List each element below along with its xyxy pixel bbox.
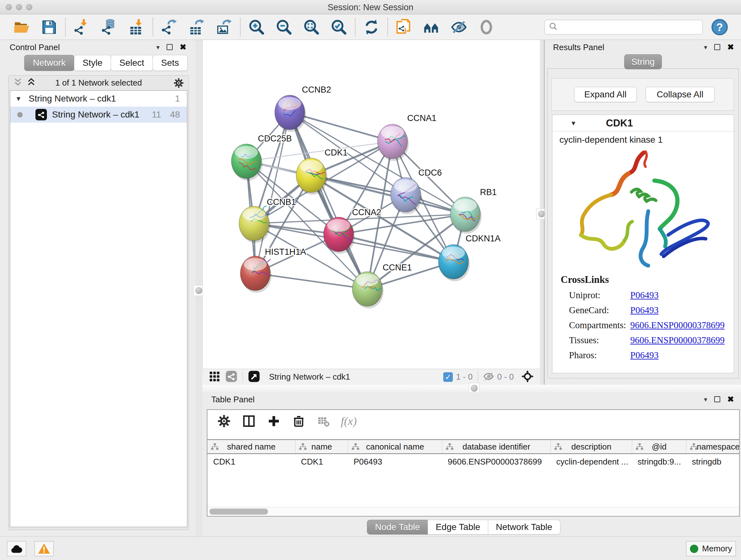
column-header-shared-name[interactable]: shared name [207,440,295,453]
show-columns-icon[interactable] [241,414,257,429]
crosslink-link[interactable]: P06493 [630,350,659,361]
scrollbar-thumb[interactable] [209,509,268,515]
show-graphics-details-button[interactable] [422,18,441,36]
memory-button[interactable]: Memory [686,541,736,556]
export-network-button[interactable] [160,18,178,36]
show-all-button[interactable] [477,18,495,36]
table-settings-gear-icon[interactable] [216,414,232,429]
column-header-description[interactable]: description [550,440,632,453]
column-type-icon [211,443,219,453]
zoom-selected-button[interactable] [330,18,348,36]
cell[interactable]: CDK1 [295,455,348,469]
crosslink-row: Pharos: P06493 [552,350,734,361]
float-panel-icon[interactable] [714,44,720,50]
node-gloss [327,219,350,232]
column-header-namespace[interactable]: namespace [686,440,740,453]
import-database-button[interactable] [100,18,118,36]
import-network-button[interactable] [73,18,91,36]
tab-network-table[interactable]: Network Table [488,520,560,535]
string-app-icon [36,109,47,120]
expand-all-button[interactable]: Expand All [574,87,636,102]
network-row[interactable]: String Network – cdk1 11 48 [10,107,187,123]
crosslinks-title: CrossLinks [561,274,734,286]
collapse-gene-icon[interactable]: ▼ [570,120,577,126]
column-header--id[interactable]: @id [632,440,686,453]
control-panel-tabs: NetworkStyleSelectSets [24,55,187,71]
column-type-icon [554,443,562,453]
panel-menu-icon[interactable]: ▾ [704,44,707,51]
table-horizontal-scrollbar[interactable] [207,507,739,516]
column-header-canonical-name[interactable]: canonical name [348,440,442,453]
toolbar-separator [65,18,66,37]
crosslink-link[interactable]: P06493 [630,305,659,315]
close-panel-icon[interactable]: ✖ [180,43,186,51]
control-panel-title: Control Panel [10,43,60,52]
cell[interactable]: stringdb:9... [632,455,686,469]
tab-sets[interactable]: Sets [152,55,188,71]
tab-select[interactable]: Select [111,55,153,71]
table-row[interactable]: CDK1CDK1P064939606.ENSP00000378699cyclin… [207,455,740,469]
delete-column-trash-icon[interactable] [291,414,307,429]
tab-string[interactable]: String [624,54,662,69]
warnings-button[interactable] [35,541,54,556]
right-splitter[interactable] [540,40,544,385]
crosslink-link[interactable]: 9606.ENSP00000378699 [630,335,725,346]
import-table-button[interactable] [128,18,145,36]
string-network-chip-icon[interactable] [225,370,238,384]
panel-menu-icon[interactable]: ▾ [704,396,707,402]
selected-indicator-checkbox[interactable]: ✓ [443,372,453,382]
left-splitter[interactable] [195,40,202,537]
tab-network[interactable]: Network [24,55,74,71]
search-input[interactable] [558,21,698,34]
cell[interactable]: P06493 [348,455,442,469]
crosslink-label: Tissues: [569,335,630,346]
cell[interactable]: cyclin-dependent ... [550,455,632,469]
memory-status-dot [690,545,698,553]
float-panel-icon[interactable] [714,396,720,402]
column-header-database-identifier[interactable]: database identifier [442,440,550,453]
network-options-gear-icon[interactable] [173,78,184,90]
cell[interactable]: CDK1 [207,455,295,469]
collapse-all-button[interactable]: Collapse All [646,87,715,102]
search-box[interactable] [544,20,703,35]
export-image-button[interactable] [215,18,233,36]
fit-content-crosshair-icon[interactable] [521,370,534,384]
close-panel-icon[interactable]: ✖ [727,43,734,51]
help-button[interactable]: ? [711,18,728,36]
crosslink-link[interactable]: 9606.ENSP00000378699 [630,320,725,330]
gene-card-header[interactable]: ▼ CDK1 [552,115,734,132]
goto-network-icon[interactable] [248,370,260,384]
tab-edge-table[interactable]: Edge Table [428,520,488,535]
hide-selected-button[interactable] [450,18,468,36]
expand-collapse-box: Expand All Collapse All [551,78,734,111]
cell[interactable]: stringdb [686,455,740,469]
hidden-count: 0 - 0 [497,372,514,382]
cloud-status-button[interactable] [7,541,26,556]
open-session-button[interactable] [13,18,30,36]
edge-CDK1-RB1[interactable] [311,175,465,214]
apply-layout-button[interactable] [362,18,381,36]
float-panel-icon[interactable] [166,44,173,50]
horizontal-splitter[interactable] [202,385,741,392]
export-table-button[interactable] [188,18,205,36]
collection-expander-icon[interactable]: ▼ [15,96,22,102]
close-panel-icon[interactable]: ✖ [727,395,734,403]
network-collection-row[interactable]: ▼ String Network – cdk1 1 [10,91,187,107]
clone-network-button[interactable] [395,18,413,36]
edge-CCNB2-CCNE1[interactable] [290,112,367,289]
zoom-out-button[interactable] [275,18,293,36]
tab-style[interactable]: Style [74,55,111,71]
column-header-name[interactable]: name [295,440,348,453]
network-canvas[interactable]: CCNB2CCNA1CDC25BCDK1CDC6RB1CCNB1CCNA2CDK… [202,40,540,369]
save-session-button[interactable] [40,18,58,36]
zoom-in-button[interactable] [248,18,266,36]
cell[interactable]: 9606.ENSP00000378699 [442,455,550,469]
panel-menu-icon[interactable]: ▾ [156,44,159,51]
add-column-icon[interactable] [266,414,281,429]
delete-table-icon [316,414,331,429]
tab-node-table[interactable]: Node Table [367,520,428,535]
edge-HIST1H1A-CCNE1[interactable] [255,273,367,289]
zoom-fit-button[interactable] [302,18,320,36]
birds-eye-view-icon[interactable] [209,371,220,383]
crosslink-link[interactable]: P06493 [630,290,659,300]
